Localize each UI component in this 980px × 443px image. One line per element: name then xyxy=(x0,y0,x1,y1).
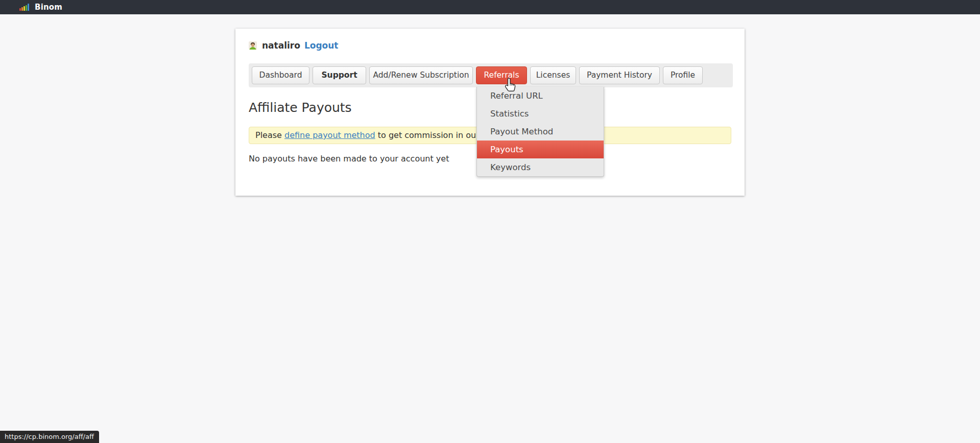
hand-pointer-cursor-icon xyxy=(503,77,516,92)
menu-item-payouts[interactable]: Payouts xyxy=(477,141,604,158)
nav-dashboard-button[interactable]: Dashboard xyxy=(252,66,309,84)
menu-item-keywords[interactable]: Keywords xyxy=(477,158,604,176)
define-payout-method-link[interactable]: define payout method xyxy=(284,130,375,140)
nav-profile-button[interactable]: Profile xyxy=(663,66,703,84)
affiliate-panel-card: nataliro Logout Dashboard Support Add/Re… xyxy=(235,29,745,196)
menu-item-referral-url[interactable]: Referral URL xyxy=(477,87,604,105)
menu-item-statistics[interactable]: Statistics xyxy=(477,105,604,123)
username-label: nataliro xyxy=(262,40,300,51)
top-bar: Binom xyxy=(0,0,980,14)
referrals-dropdown-menu: Referral URL Statistics Payout Method Pa… xyxy=(476,87,604,177)
user-avatar xyxy=(249,41,257,50)
nav-referrals-button[interactable]: Referrals xyxy=(476,66,527,84)
binom-logo-icon xyxy=(19,4,29,11)
browser-status-url: https://cp.binom.org/aff/aff xyxy=(0,431,99,443)
user-row: nataliro Logout xyxy=(249,41,731,50)
nav-licenses-button[interactable]: Licenses xyxy=(530,66,576,84)
notice-text-prefix: Please xyxy=(255,130,284,140)
brand-title[interactable]: Binom xyxy=(35,3,62,12)
nav-add-renew-subscription-button[interactable]: Add/Renew Subscription xyxy=(369,66,473,84)
nav-support-button[interactable]: Support xyxy=(313,66,366,84)
main-nav: Dashboard Support Add/Renew Subscription… xyxy=(249,63,733,87)
nav-payment-history-button[interactable]: Payment History xyxy=(579,66,660,84)
menu-item-payout-method[interactable]: Payout Method xyxy=(477,123,604,141)
logout-link[interactable]: Logout xyxy=(304,40,339,51)
